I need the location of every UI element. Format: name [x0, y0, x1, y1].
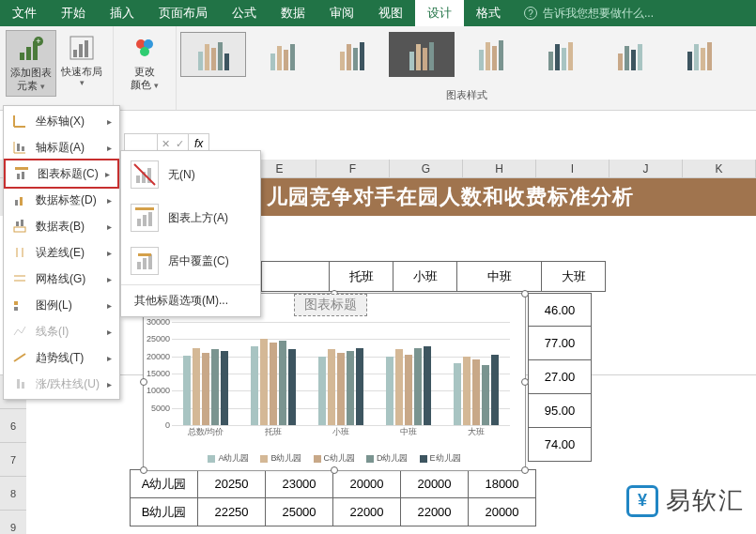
chart-style-1[interactable]	[180, 32, 246, 77]
cell-b-name[interactable]: B幼儿园	[131, 498, 198, 526]
menu-data[interactable]: 数据	[269, 0, 317, 26]
logo-icon: ¥	[626, 485, 658, 517]
side-val-2[interactable]: 77.00	[528, 327, 592, 360]
header-empty[interactable]	[262, 262, 330, 292]
svg-rect-39	[135, 207, 154, 210]
bar-group-4[interactable]: 大班	[442, 322, 510, 425]
svg-rect-22	[20, 197, 23, 206]
menu-data-labels[interactable]: 数据标签(D)▸	[4, 187, 119, 213]
cell-b-2[interactable]: 25000	[266, 498, 333, 526]
updown-bars-icon	[11, 375, 28, 392]
chart-style-3[interactable]	[319, 32, 385, 77]
chevron-right-icon: ▸	[105, 169, 110, 179]
menu-design[interactable]: 设计	[415, 0, 464, 26]
row-header-6[interactable]: 6	[0, 409, 26, 443]
menu-gridlines[interactable]: 网格线(G)▸	[4, 266, 119, 292]
chart-legend: A幼儿园B幼儿园C幼儿园D幼儿园E幼儿园	[144, 452, 525, 465]
change-colors-icon	[130, 33, 160, 63]
menu-view[interactable]: 视图	[366, 0, 415, 26]
chart-title-overlay[interactable]: 居中覆盖(C)	[121, 239, 260, 282]
embedded-chart[interactable]: 图表标题 050001000015000200002500030000 总数/均…	[143, 293, 526, 471]
col-header-K[interactable]: K	[683, 160, 756, 177]
error-bars-icon	[11, 244, 28, 261]
side-val-1[interactable]: 46.00	[528, 293, 592, 327]
header-daban[interactable]: 大班	[542, 262, 606, 292]
cell-a-2[interactable]: 23000	[266, 470, 333, 498]
chart-style-7[interactable]	[597, 32, 663, 77]
chart-style-6[interactable]	[528, 32, 594, 77]
row-header-9[interactable]: 9	[0, 511, 26, 534]
chart-style-4[interactable]	[389, 32, 455, 77]
menu-chart-title[interactable]: 图表标题(C)▸	[4, 159, 119, 189]
add-element-label2: 元素	[17, 80, 38, 91]
svg-rect-16	[17, 144, 20, 151]
cell-b-5[interactable]: 20000	[469, 498, 536, 526]
svg-rect-44	[143, 258, 147, 269]
menu-updown-bars: 涨/跌柱线(U)▸	[4, 371, 119, 397]
row-header-7[interactable]: 7	[0, 443, 26, 477]
chart-style-8[interactable]	[667, 32, 733, 77]
side-val-5[interactable]: 74.00	[528, 428, 592, 462]
col-header-I[interactable]: I	[536, 160, 609, 177]
menu-legend[interactable]: 图例(L)▸	[4, 292, 119, 318]
header-toban[interactable]: 托班	[330, 262, 393, 292]
menu-axes[interactable]: 坐标轴(X)▸	[4, 108, 119, 134]
svg-rect-24	[16, 221, 19, 226]
svg-rect-43	[137, 262, 141, 269]
side-val-4[interactable]: 95.00	[528, 394, 592, 428]
table-row-b: B幼儿园 22250 25000 22000 22000 20000	[131, 498, 536, 526]
menu-format[interactable]: 格式	[464, 0, 513, 26]
svg-rect-19	[17, 174, 20, 179]
bar-group-0[interactable]: 总数/均价	[172, 322, 239, 425]
cell-a-name[interactable]: A幼儿园	[131, 470, 198, 498]
col-header-H[interactable]: H	[463, 160, 536, 177]
cancel-formula-icon[interactable]: ✕	[162, 138, 170, 150]
cell-a-3[interactable]: 20000	[333, 470, 401, 498]
fx-label[interactable]: fx	[189, 137, 208, 150]
chart-title-icon	[13, 165, 30, 182]
menu-home[interactable]: 开始	[49, 0, 98, 26]
header-xiaoban[interactable]: 小班	[393, 262, 457, 292]
chart-title-none-icon	[131, 160, 159, 189]
add-chart-element-button[interactable]: + 添加图表元素 ▾	[6, 30, 56, 97]
cell-a-1[interactable]: 20250	[198, 470, 266, 498]
quick-layout-button[interactable]: 快速布局 ▾	[56, 30, 107, 97]
menu-axis-titles[interactable]: 轴标题(A)▸	[4, 134, 119, 160]
col-header-G[interactable]: G	[390, 160, 463, 177]
chart-style-2[interactable]	[250, 32, 316, 77]
ribbon-group-colors: 更改颜色 ▾	[114, 26, 177, 110]
chart-title-placeholder[interactable]: 图表标题	[294, 294, 367, 316]
menu-error-bars[interactable]: 误差线(E)▸	[4, 239, 119, 266]
change-colors-button[interactable]: 更改颜色 ▾	[119, 30, 170, 95]
menu-data-table[interactable]: 数据表(B)▸	[4, 213, 119, 239]
chevron-right-icon: ▸	[107, 221, 112, 232]
svg-rect-34	[22, 382, 24, 389]
header-zhongban[interactable]: 中班	[457, 262, 542, 292]
tell-me-search[interactable]: ? 告诉我您想要做什么...	[513, 6, 654, 22]
side-val-3[interactable]: 27.00	[528, 360, 592, 394]
chart-plot-area[interactable]: 050001000015000200002500030000 总数/均价托班小班…	[172, 322, 510, 425]
chart-title-above[interactable]: 图表上方(A)	[121, 196, 260, 239]
menu-page-layout[interactable]: 页面布局	[147, 0, 220, 26]
cell-b-1[interactable]: 22250	[198, 498, 266, 526]
col-header-J[interactable]: J	[609, 160, 683, 177]
row-header-8[interactable]: 8	[0, 477, 26, 511]
menu-trendline[interactable]: 趋势线(T)▸	[4, 344, 119, 371]
bar-group-1[interactable]: 托班	[239, 322, 307, 425]
menu-review[interactable]: 审阅	[317, 0, 366, 26]
confirm-formula-icon[interactable]: ✓	[176, 138, 184, 150]
menu-formulas[interactable]: 公式	[220, 0, 269, 26]
cell-a-5[interactable]: 18000	[469, 470, 536, 498]
chart-title-none[interactable]: 无(N)	[121, 153, 260, 196]
more-title-options[interactable]: 其他标题选项(M)...	[121, 287, 260, 314]
chart-style-5[interactable]	[458, 32, 524, 77]
cell-a-4[interactable]: 20000	[401, 470, 469, 498]
cell-b-3[interactable]: 22000	[333, 498, 401, 526]
menu-insert[interactable]: 插入	[98, 0, 147, 26]
bar-group-3[interactable]: 中班	[375, 322, 442, 425]
menu-file[interactable]: 文件	[0, 0, 49, 26]
svg-point-11	[140, 47, 149, 56]
cell-b-4[interactable]: 22000	[401, 498, 469, 526]
bar-group-2[interactable]: 小班	[307, 322, 375, 425]
col-header-F[interactable]: F	[316, 160, 390, 177]
